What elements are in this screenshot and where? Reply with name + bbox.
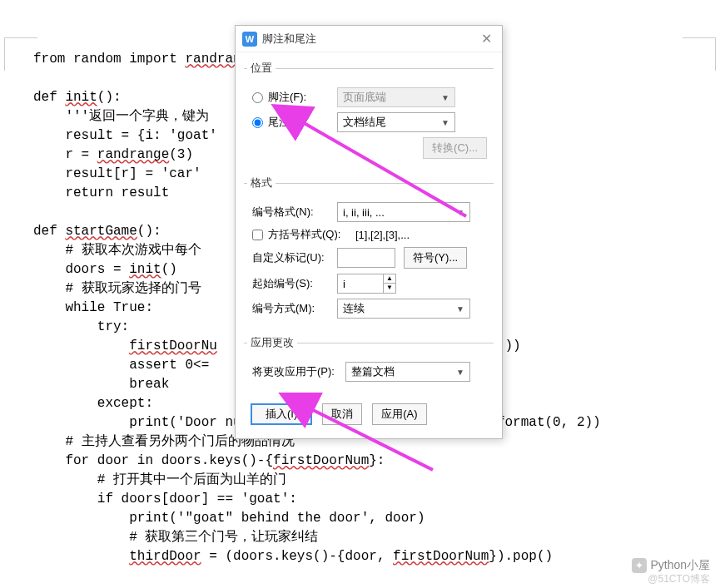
- watermark-wechat: ✦ Python小屋: [632, 558, 710, 573]
- bracket-checkbox[interactable]: [252, 230, 263, 240]
- code-line: # 获取本次游戏中每个: [33, 243, 201, 258]
- code-line: def init():: [33, 90, 122, 105]
- wechat-icon: ✦: [632, 558, 647, 573]
- custom-mark-label: 自定义标记(U):: [247, 250, 337, 265]
- code-line: print('"goat" behind the door', door): [33, 511, 425, 526]
- position-legend: 位置: [247, 61, 276, 76]
- dialog-button-row: 插入(I) 取消 应用(A): [244, 398, 494, 430]
- close-icon[interactable]: ✕: [478, 31, 495, 47]
- code-line: break: [33, 377, 169, 392]
- code-line: thirdDoor = (doors.keys()-{door, firstDo…: [33, 549, 553, 564]
- apply-changes-group: 应用更改 将更改应用于(P): 整篇文档▼: [244, 335, 494, 390]
- code-line: except:: [33, 396, 153, 411]
- apply-button[interactable]: 应用(A): [372, 403, 426, 425]
- code-line: def startGame():: [33, 224, 161, 239]
- custom-mark-input[interactable]: [337, 248, 395, 268]
- footnote-position-select: 页面底端▼: [337, 87, 455, 107]
- format-legend: 格式: [247, 175, 276, 190]
- code-line: from random import randrange: [33, 52, 257, 67]
- symbol-button[interactable]: 符号(Y)...: [404, 247, 467, 269]
- code-line: assert 0<=: [33, 358, 217, 373]
- format-group: 格式 编号格式(N): i, ii, iii, ...▼ 方括号样式(Q): […: [244, 175, 494, 327]
- number-format-select[interactable]: i, ii, iii, ...▼: [337, 202, 470, 222]
- footnote-radio-label[interactable]: 脚注(F):: [247, 90, 337, 105]
- apply-changes-legend: 应用更改: [247, 335, 297, 350]
- position-group: 位置 脚注(F): 页面底端▼ 尾注(E): 文档结尾▼: [244, 61, 494, 167]
- code-line: '''返回一个字典，键为: [33, 109, 209, 124]
- code-line: r = randrange(3): [33, 147, 193, 162]
- code-line: # 获取玩家选择的门号: [33, 281, 201, 296]
- cancel-button[interactable]: 取消: [322, 403, 362, 425]
- start-number-label: 起始编号(S):: [247, 276, 337, 291]
- code-line: # 打开其中一个后面为山羊的门: [33, 472, 286, 487]
- endnote-radio-label[interactable]: 尾注(E):: [247, 115, 337, 130]
- code-line: result = {i: 'goat': [33, 128, 217, 143]
- spinner-up[interactable]: ▲: [383, 274, 396, 284]
- code-line: return result: [33, 185, 169, 200]
- insert-button[interactable]: 插入(I): [251, 403, 312, 425]
- code-line: if doors[door] == 'goat':: [33, 492, 297, 506]
- dialog-body: 位置 脚注(F): 页面底端▼ 尾注(E): 文档结尾▼: [236, 52, 502, 438]
- watermark-blog: @51CTO博客: [648, 572, 710, 586]
- code-line: result[r] = 'car': [33, 166, 201, 181]
- footnote-text: 脚注(F):: [268, 90, 306, 105]
- apply-to-label: 将更改应用于(P):: [247, 364, 345, 379]
- spinner-down[interactable]: ▼: [383, 284, 396, 294]
- endnote-text: 尾注(E):: [268, 115, 307, 130]
- code-line: # 获取第三个门号，让玩家纠结: [33, 530, 318, 545]
- dialog-title-bar[interactable]: W 脚注和尾注 ✕: [236, 26, 502, 52]
- start-number-input[interactable]: i: [337, 274, 384, 294]
- footnote-radio[interactable]: [252, 92, 263, 103]
- numbering-mode-select[interactable]: 连续▼: [337, 299, 470, 319]
- apply-to-select[interactable]: 整篇文档▼: [345, 362, 470, 382]
- app-icon: W: [242, 32, 257, 47]
- code-line: doors = init(): [33, 262, 177, 277]
- dialog-title: 脚注和尾注: [262, 32, 478, 47]
- code-line: while True:: [33, 300, 153, 315]
- footnote-endnote-dialog: W 脚注和尾注 ✕ 位置 脚注(F): 页面底端▼ 尾注(E):: [235, 25, 503, 439]
- endnote-radio[interactable]: [252, 117, 263, 128]
- page-corner-tl: [4, 37, 37, 71]
- numbering-mode-label: 编号方式(M):: [247, 301, 337, 316]
- code-line: try:: [33, 319, 129, 334]
- bracket-checkbox-label[interactable]: 方括号样式(Q):: [247, 227, 355, 242]
- endnote-position-select[interactable]: 文档结尾▼: [337, 112, 455, 132]
- code-line: for door in doors.keys()-{firstDoorNum}:: [33, 453, 385, 468]
- number-format-label: 编号格式(N):: [247, 205, 337, 220]
- convert-button: 转换(C)...: [423, 137, 487, 159]
- bracket-sample: [1],[2],[3],...: [355, 229, 410, 241]
